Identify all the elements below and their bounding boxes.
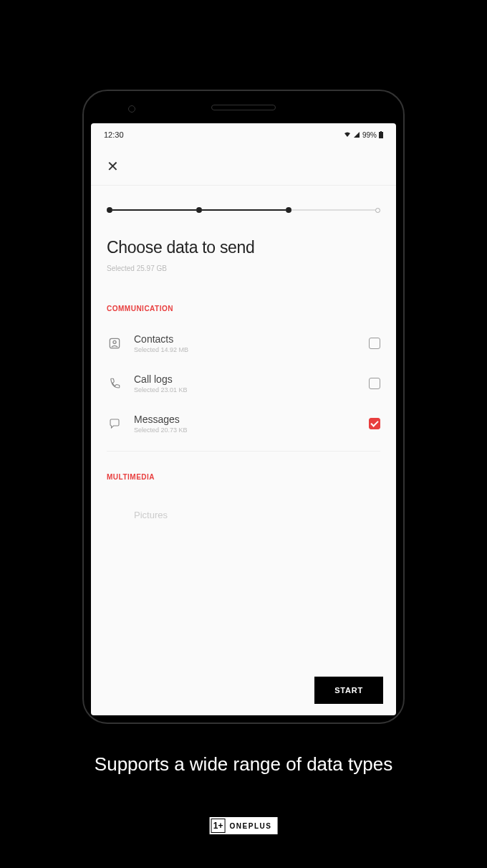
phone-frame: 12:30 99% ✕ Choose data to send	[82, 90, 405, 724]
item-title: Call logs	[134, 373, 357, 385]
progress-stepper	[91, 186, 396, 231]
start-button[interactable]: START	[314, 677, 383, 704]
page-title: Choose data to send	[107, 238, 380, 257]
header-bar: ✕	[91, 145, 396, 185]
list-content: Contacts Selected 14.92 MB	[134, 333, 357, 353]
list-item-messages[interactable]: Messages Selected 20.73 KB	[91, 404, 396, 444]
step-line	[112, 209, 196, 211]
item-subtitle: Selected 14.92 MB	[134, 346, 357, 353]
checkbox-call-logs[interactable]	[369, 378, 380, 389]
item-title: Pictures	[134, 510, 380, 520]
page-header: Choose data to send Selected 25.97 GB	[91, 231, 396, 272]
list-item-contacts[interactable]: Contacts Selected 14.92 MB	[91, 323, 396, 363]
step-line	[202, 209, 286, 211]
item-title: Contacts	[134, 333, 357, 345]
brand-logo: 1+ ONEPLUS	[210, 817, 278, 834]
message-icon	[107, 416, 122, 431]
close-icon[interactable]: ✕	[107, 159, 119, 173]
checkbox-contacts[interactable]	[369, 338, 380, 349]
item-title: Messages	[134, 414, 357, 425]
camera-dot	[128, 105, 135, 113]
svg-rect-1	[380, 131, 382, 132]
item-subtitle: Selected 20.73 KB	[134, 426, 357, 434]
phone-icon	[107, 376, 122, 391]
promo-caption: Supports a wide range of data types	[0, 753, 487, 776]
section-label-multimedia: MULTIMEDIA	[91, 452, 396, 492]
section-label-communication: COMMUNICATION	[91, 272, 396, 323]
battery-icon	[379, 131, 383, 138]
contacts-icon	[107, 335, 122, 351]
page-subtitle: Selected 25.97 GB	[107, 264, 380, 272]
speaker-grille	[211, 105, 276, 110]
battery-percent: 99%	[362, 131, 377, 139]
step-dot-2	[196, 207, 202, 213]
item-subtitle: Selected 23.01 KB	[134, 386, 357, 394]
step-line	[291, 209, 375, 211]
step-dot-3	[286, 207, 291, 213]
status-bar: 12:30 99%	[91, 123, 396, 145]
signal-icon	[353, 131, 360, 138]
wifi-icon	[344, 131, 351, 138]
svg-point-3	[113, 340, 116, 343]
checkbox-messages[interactable]	[369, 418, 380, 429]
list-content: Call logs Selected 23.01 KB	[134, 373, 357, 394]
brand-logo-text: ONEPLUS	[230, 822, 276, 830]
list-content: Messages Selected 20.73 KB	[134, 414, 357, 434]
phone-screen: 12:30 99% ✕ Choose data to send	[91, 123, 396, 715]
step-dot-1	[107, 207, 112, 213]
phone-bezel-top	[84, 91, 403, 123]
list-item-call-logs[interactable]: Call logs Selected 23.01 KB	[91, 363, 396, 404]
svg-rect-0	[379, 132, 383, 138]
step-dot-4	[375, 208, 380, 213]
status-icons: 99%	[344, 131, 383, 139]
list-item-pictures[interactable]: Pictures	[91, 492, 396, 520]
status-time: 12:30	[104, 130, 124, 139]
brand-logo-icon: 1+	[211, 819, 226, 833]
